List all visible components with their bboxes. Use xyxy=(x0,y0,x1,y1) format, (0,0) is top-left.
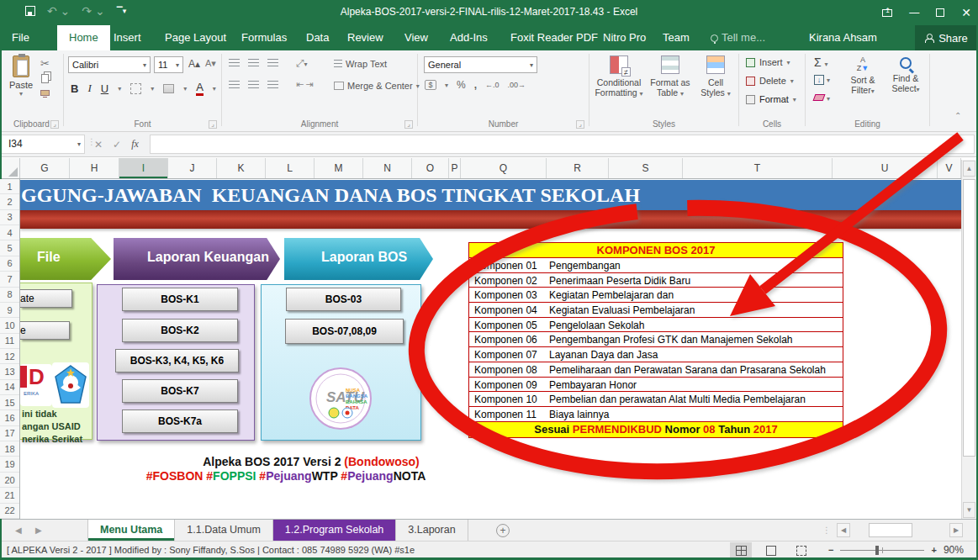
ribbon-display-options-icon[interactable] xyxy=(882,9,892,17)
clipboard-dialog-launcher[interactable]: ⌟ xyxy=(50,120,59,129)
align-middle-icon[interactable] xyxy=(248,59,259,68)
align-left-icon[interactable] xyxy=(229,81,240,90)
cut-icon[interactable]: ✂ xyxy=(40,57,50,70)
button-bos-k7a[interactable]: BOS-K7a xyxy=(122,409,238,433)
column-header-G[interactable]: G xyxy=(20,158,70,178)
row-header-13[interactable]: 13 xyxy=(0,364,19,379)
scroll-right-arrow[interactable]: ▶ xyxy=(949,523,963,537)
row-header-11[interactable]: 11 xyxy=(0,334,19,349)
column-header-V[interactable]: V xyxy=(938,158,961,178)
zoom-out-icon[interactable]: − xyxy=(828,545,833,555)
scroll-up-arrow[interactable]: ▲ xyxy=(963,161,975,177)
column-header-K[interactable]: K xyxy=(217,158,266,178)
fill-color-icon[interactable] xyxy=(163,84,174,93)
insert-function-icon[interactable]: fx xyxy=(131,138,139,151)
paste-button[interactable]: Paste ▾ xyxy=(7,55,35,98)
tab-team[interactable]: Team xyxy=(663,25,690,50)
scroll-down-arrow[interactable]: ▼ xyxy=(963,502,975,518)
zoom-slider[interactable] xyxy=(840,550,924,551)
merge-center-button[interactable]: Merge & Center▾ xyxy=(334,81,420,91)
align-bottom-icon[interactable] xyxy=(267,59,278,68)
row-header-12[interactable]: 12 xyxy=(0,349,19,364)
name-box[interactable]: I34▾ xyxy=(1,135,85,154)
tab-insert[interactable]: Insert xyxy=(114,25,141,50)
font-color-icon[interactable]: A xyxy=(196,81,204,96)
button-bos-k2[interactable]: BOS-K2 xyxy=(122,319,238,342)
column-header-L[interactable]: L xyxy=(266,158,315,178)
sheet-tab-3-laporan[interactable]: 3.Laporan xyxy=(396,520,468,542)
delete-cells-button[interactable]: Delete▾ xyxy=(746,76,794,86)
row-header-2[interactable]: 2 xyxy=(0,194,19,209)
row-header-4[interactable]: 4 xyxy=(0,225,19,240)
increase-decimal-icon[interactable]: ←.0 xyxy=(485,81,500,89)
file-button-close[interactable]: e xyxy=(20,321,70,340)
row-header-7[interactable]: 7 xyxy=(0,272,19,287)
horizontal-scrollbar[interactable]: ◀ ▶ xyxy=(837,523,963,538)
chevron-laporan-keuangan[interactable]: Laporan Keuangan xyxy=(114,238,280,280)
cell-styles-button[interactable]: CellStyles ▾ xyxy=(695,55,736,99)
row-header-21[interactable]: 21 xyxy=(0,488,19,503)
italic-button[interactable]: I xyxy=(87,82,91,95)
formula-input[interactable] xyxy=(150,135,975,154)
close-button[interactable]: ✕ xyxy=(961,6,971,19)
row-header-10[interactable]: 10 xyxy=(0,318,19,333)
copy-icon[interactable] xyxy=(41,74,49,83)
row-header-22[interactable]: 22 xyxy=(0,504,19,519)
sheet-grid[interactable]: 12345678910111213141516171819202122 GGUN… xyxy=(0,179,961,519)
tab-view[interactable]: View xyxy=(404,25,428,50)
font-size-select[interactable]: 11▾ xyxy=(154,56,183,73)
clear-icon[interactable]: ▾ xyxy=(814,92,830,103)
share-button[interactable]: Share xyxy=(915,25,978,50)
tab-review[interactable]: Review xyxy=(347,25,383,50)
borders-icon[interactable] xyxy=(130,83,141,94)
tab-home[interactable]: Home xyxy=(57,25,110,50)
column-header-I[interactable]: I xyxy=(119,158,168,178)
row-header-9[interactable]: 9 xyxy=(0,303,19,318)
row-header-16[interactable]: 16 xyxy=(0,410,19,425)
format-painter-icon[interactable] xyxy=(40,90,50,96)
sheet-nav-right-icon[interactable]: ▶ xyxy=(35,526,42,535)
file-button-update[interactable]: ate xyxy=(20,289,72,308)
tell-me-box[interactable]: Tell me... xyxy=(711,25,765,50)
row-header-6[interactable]: 6 xyxy=(0,256,19,272)
horizontal-scroll-thumb[interactable] xyxy=(869,523,912,537)
enter-icon[interactable]: ✓ xyxy=(113,139,121,151)
column-header-M[interactable]: M xyxy=(315,158,363,178)
accounting-format-icon[interactable]: $ xyxy=(425,80,436,90)
vertical-scrollbar[interactable]: ▲ ▼ xyxy=(961,160,976,519)
percent-icon[interactable]: % xyxy=(457,79,466,91)
shrink-font-icon[interactable]: A▾ xyxy=(205,58,216,69)
row-header-5[interactable]: 5 xyxy=(0,240,19,256)
column-header-J[interactable]: J xyxy=(168,158,217,178)
sheet-tab-1-1-data-umum[interactable]: 1.1.Data Umum xyxy=(175,520,273,542)
new-sheet-button[interactable]: + xyxy=(496,524,510,537)
zoom-in-icon[interactable]: + xyxy=(931,545,936,555)
row-header-1[interactable]: 1 xyxy=(0,179,19,194)
tab-formulas[interactable]: Formulas xyxy=(241,25,287,50)
chevron-laporan-bos[interactable]: Laporan BOS xyxy=(284,238,433,280)
grow-font-icon[interactable]: A▴ xyxy=(188,58,200,70)
row-header-17[interactable]: 17 xyxy=(0,426,19,441)
collapse-ribbon-icon[interactable]: ⌃ xyxy=(954,111,961,120)
maximize-button[interactable] xyxy=(936,8,944,17)
tab-data[interactable]: Data xyxy=(306,25,329,50)
conditional-formatting-button[interactable]: ≠ ConditionalFormatting ▾ xyxy=(593,55,645,99)
align-center-icon[interactable] xyxy=(248,81,259,90)
button-bos-03[interactable]: BOS-03 xyxy=(286,288,401,311)
column-header-U[interactable]: U xyxy=(833,158,938,178)
find-select-button[interactable]: Find &Select▾ xyxy=(885,55,927,95)
font-name-select[interactable]: Calibri▾ xyxy=(68,56,151,73)
select-all-corner[interactable] xyxy=(0,158,20,178)
insert-cells-button[interactable]: Insert▾ xyxy=(746,57,790,67)
column-header-T[interactable]: T xyxy=(683,158,833,178)
format-cells-button[interactable]: Format▾ xyxy=(746,94,796,104)
sort-filter-button[interactable]: AZ▼ Sort &Filter▾ xyxy=(843,55,883,97)
column-header-P[interactable]: P xyxy=(449,158,461,178)
column-header-H[interactable]: H xyxy=(70,158,119,178)
sheet-tab-menu-utama[interactable]: Menu Utama xyxy=(87,520,175,542)
row-header-14[interactable]: 14 xyxy=(0,380,19,395)
page-break-view-button[interactable] xyxy=(790,542,812,558)
number-dialog-launcher[interactable]: ⌟ xyxy=(576,120,584,129)
vertical-scroll-thumb[interactable] xyxy=(963,179,975,457)
tab-foxit-reader-pdf[interactable]: Foxit Reader PDF xyxy=(510,25,598,50)
